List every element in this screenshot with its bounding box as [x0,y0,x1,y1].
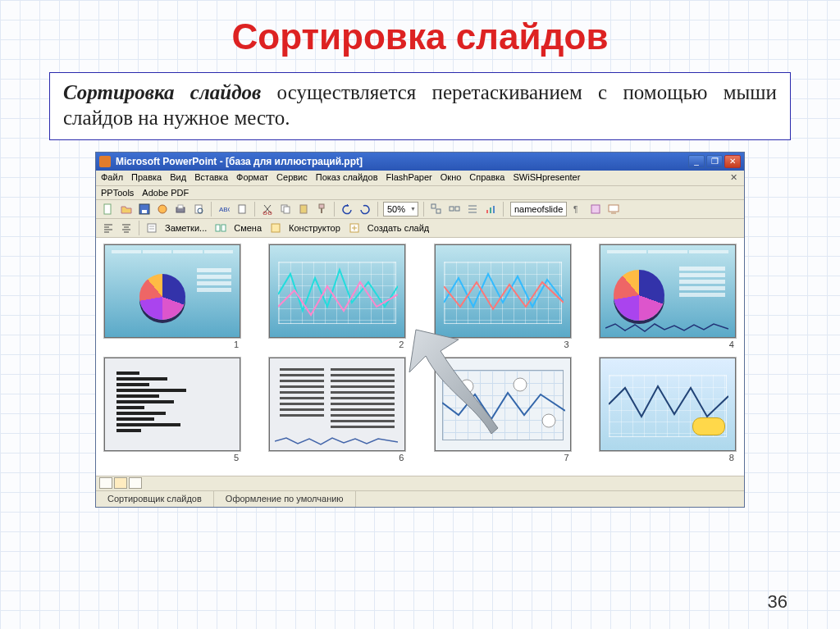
paste-icon[interactable] [296,202,311,217]
slide-thumb-4[interactable] [600,244,736,338]
svg-point-34 [542,414,555,427]
slide-number-label: 5 [234,453,240,463]
transition-icon[interactable] [213,221,228,235]
menu-insert[interactable]: Вставка [194,172,228,184]
new-slide-icon[interactable] [347,221,362,235]
menu-help[interactable]: Справка [469,172,504,184]
desc-bold: Сортировка слайдов [63,81,261,103]
svg-rect-17 [431,204,436,208]
svg-rect-27 [148,224,156,232]
print-preview-icon[interactable] [191,202,206,217]
svg-rect-25 [591,205,600,213]
research-icon[interactable] [235,202,249,217]
open-icon[interactable] [119,202,134,217]
addin-adobepdf[interactable]: Adobe PDF [142,188,189,198]
chart-icon[interactable] [483,202,498,217]
slide-thumb-6[interactable] [269,358,405,451]
svg-rect-19 [450,207,454,211]
svg-rect-2 [142,210,147,213]
svg-rect-22 [490,207,491,213]
slide-number-label: 1 [234,340,240,349]
standard-toolbar: ABC 50%▼ nameofslide ¶ [96,200,744,219]
color-icon[interactable] [588,202,603,217]
align-center-icon[interactable] [119,221,134,235]
menu-file[interactable]: Файл [101,172,123,184]
svg-rect-18 [436,209,441,213]
save-icon[interactable] [137,202,152,217]
menu-swish[interactable]: SWiSHpresenter [513,172,580,184]
window-title: Microsoft PowerPoint - [база для иллюстр… [116,156,363,167]
separator [423,202,424,217]
slide-thumb-8[interactable] [600,358,736,451]
undo-icon[interactable] [340,202,354,217]
menu-flashpaper[interactable]: FlashPaper [386,172,432,184]
svg-rect-13 [284,207,290,213]
zoom-combo[interactable]: 50%▼ [383,202,418,217]
slide-number-label: 2 [399,340,405,349]
menu-view[interactable]: Вид [170,172,186,184]
svg-text:¶: ¶ [573,205,578,214]
powerpoint-app-icon [99,156,111,167]
separator [211,202,212,217]
addin-bar: PPTools Adobe PDF [96,186,744,200]
slideshow-icon[interactable] [606,202,621,217]
new-slide-button[interactable]: Создать слайд [368,223,429,233]
slide-thumb-1[interactable] [104,244,240,338]
svg-rect-28 [216,225,220,231]
minimize-button[interactable]: _ [688,155,705,168]
separator [254,202,255,217]
menu-format[interactable]: Формат [236,172,268,184]
design-icon[interactable] [268,221,283,235]
notes-button[interactable]: Заметки... [165,223,207,233]
align-left-icon[interactable] [101,221,116,235]
show-formatting-icon[interactable]: ¶ [570,202,585,217]
menu-edit[interactable]: Правка [131,172,162,184]
svg-rect-14 [300,205,307,213]
slide-thumb-5[interactable] [104,358,240,451]
slideshow-view-icon[interactable] [129,477,142,489]
menu-bar: Файл Правка Вид Вставка Формат Сервис По… [96,171,744,186]
copy-icon[interactable] [278,202,293,217]
slide-sorter-area[interactable]: 1 2 3 4 [96,238,744,476]
name-field[interactable]: nameofslide [510,202,567,217]
close-button[interactable]: ✕ [724,155,741,168]
design-button[interactable]: Конструктор [289,223,340,233]
svg-point-32 [460,380,473,393]
svg-rect-21 [486,210,488,213]
slide-number-label: 4 [729,340,736,349]
svg-rect-30 [272,224,280,232]
description-box: Сортировка слайдов осуществляется перета… [49,72,791,140]
normal-view-icon[interactable] [99,477,112,489]
svg-point-33 [514,378,527,391]
svg-rect-20 [455,207,459,211]
align-icon[interactable] [465,202,480,217]
slide-number-label: 8 [729,453,736,463]
svg-point-3 [158,205,167,213]
notes-icon[interactable] [144,221,159,235]
svg-rect-16 [321,208,322,213]
sorter-view-icon[interactable] [114,477,127,489]
svg-rect-0 [104,204,111,214]
group-icon[interactable] [429,202,444,217]
redo-icon[interactable] [358,202,372,217]
ungroup-icon[interactable] [447,202,462,217]
addin-pptools[interactable]: PPTools [101,188,134,198]
slide-thumb-2[interactable] [269,244,405,338]
slide-thumb-3[interactable] [435,244,571,338]
powerpoint-window: Microsoft PowerPoint - [база для иллюстр… [95,152,745,508]
menu-tools[interactable]: Сервис [276,172,308,184]
svg-rect-5 [178,205,183,208]
transition-button[interactable]: Смена [234,223,262,233]
print-icon[interactable] [173,202,188,217]
menu-slideshow[interactable]: Показ слайдов [316,172,378,184]
separator [334,202,335,217]
slide-thumb-7[interactable] [435,358,571,451]
permissions-icon[interactable] [155,202,170,217]
spellcheck-icon[interactable]: ABC [217,202,231,217]
menu-window[interactable]: Окно [441,172,462,184]
document-close-icon[interactable]: ✕ [728,172,739,184]
new-doc-icon[interactable] [101,202,116,217]
maximize-button[interactable]: ❐ [706,155,723,168]
format-painter-icon[interactable] [314,202,329,217]
cut-icon[interactable] [260,202,275,217]
